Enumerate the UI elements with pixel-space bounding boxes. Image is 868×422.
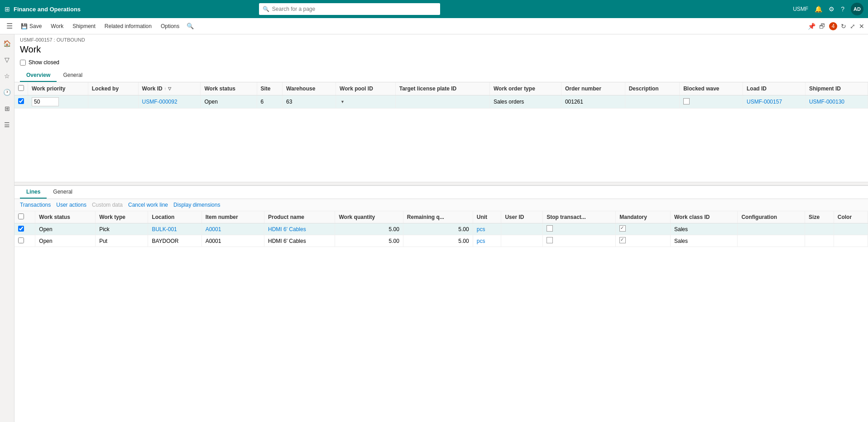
work-pool-dropdown-arrow[interactable]: ▼ [340, 100, 345, 104]
cell-blocked-wave [680, 95, 743, 109]
lines-row-checkbox[interactable] [18, 237, 24, 243]
tab-general[interactable]: General [57, 69, 89, 82]
location-link[interactable]: BULK-001 [152, 226, 177, 232]
lines-row-checkbox[interactable] [18, 226, 24, 232]
lines-cell-unit: pcs [473, 223, 501, 235]
sidebar-filter-icon[interactable]: ▽ [3, 54, 11, 65]
lines-header-configuration: Configuration [738, 211, 805, 223]
display-dimensions-button[interactable]: Display dimensions [173, 201, 220, 209]
blocked-wave-checkbox[interactable] [683, 98, 690, 104]
app-grid-icon[interactable]: ⊞ [5, 5, 10, 13]
lines-header-mandatory: Mandatory [616, 211, 671, 223]
tab-overview[interactable]: Overview [20, 69, 57, 82]
user-actions-button[interactable]: User actions [56, 201, 86, 209]
second-bar-right: 📌 🗗 4 ↻ ⤢ ✕ [808, 22, 864, 30]
unit-link[interactable]: pcs [477, 238, 485, 244]
notification-count: 4 [829, 22, 837, 30]
related-info-menu-button[interactable]: Related information [101, 21, 155, 31]
work-id-filter-icon[interactable]: ▽ [168, 86, 171, 91]
item-number-link[interactable]: A0001 [206, 226, 221, 232]
header-load-id: Load ID [743, 82, 806, 95]
list-item[interactable]: Open Pick BULK-001 A0001 HDMI 6' Cables … [14, 223, 868, 235]
lines-cell-product-name: HDMI 6' Cables [264, 235, 335, 247]
lines-header-color: Color [834, 211, 868, 223]
work-id-link[interactable]: USMF-000092 [142, 99, 177, 105]
lines-cell-work-status: Open [35, 235, 96, 247]
sidebar-star-icon[interactable]: ☆ [2, 71, 12, 81]
sidebar-home-icon[interactable]: 🏠 [1, 38, 13, 49]
cancel-work-line-button[interactable]: Cancel work line [128, 201, 168, 209]
header-shipment-id: Shipment ID [805, 82, 868, 95]
select-all-checkbox[interactable] [18, 85, 24, 91]
main-grid-wrapper[interactable]: Work priority Locked by Work ID ↑ [14, 82, 868, 182]
shipment-menu-button[interactable]: Shipment [69, 21, 99, 31]
product-name-link[interactable]: HDMI 6' Cables [268, 226, 306, 232]
new-window-icon[interactable]: 🗗 [819, 23, 825, 30]
refresh-icon[interactable]: ↻ [841, 23, 846, 30]
list-item[interactable]: Open Put BAYDOOR A0001 HDMI 6' Cables 5.… [14, 235, 868, 247]
lines-cell-configuration [738, 235, 805, 247]
row-checkbox[interactable] [18, 98, 24, 104]
tab-general-bottom[interactable]: General [47, 186, 79, 199]
search-menu-icon[interactable]: 🔍 [187, 23, 194, 29]
cell-work-status: Open [201, 95, 257, 109]
tab-lines[interactable]: Lines [20, 186, 47, 199]
lines-cell-location: BAYDOOR [148, 235, 201, 247]
lines-cell-configuration [738, 223, 805, 235]
lines-cell-work-quantity: 5.00 [335, 223, 403, 235]
header-work-pool-id: Work pool ID [336, 82, 396, 95]
bottom-toolbar: Transactions User actions Custom data Ca… [14, 199, 868, 211]
search-box[interactable]: 🔍 [259, 3, 440, 15]
work-id-sort-icon[interactable]: ↑ [164, 86, 167, 91]
lines-cell-work-class-id: Sales [671, 223, 738, 235]
pin-icon[interactable]: 📌 [808, 23, 815, 30]
shipment-id-link[interactable]: USMF-000130 [809, 99, 844, 105]
cell-work-order-type: Sales orders [490, 95, 561, 109]
product-name-text: HDMI 6' Cables [268, 238, 306, 244]
user-label: USMF [793, 6, 808, 12]
table-row[interactable]: USMF-000092 Open 6 63 ▼ Sales orders 001… [14, 95, 868, 109]
lines-cell-user-id [501, 235, 543, 247]
sidebar-list-icon[interactable]: ☰ [2, 119, 12, 130]
header-site: Site [257, 82, 283, 95]
lines-cell-item-number: A0001 [201, 235, 264, 247]
cell-warehouse: 63 [283, 95, 336, 109]
save-button[interactable]: 💾 Save [17, 21, 45, 31]
stop-transact-checkbox[interactable] [547, 225, 553, 232]
lines-header-unit: Unit [473, 211, 501, 223]
header-work-order-type: Work order type [490, 82, 561, 95]
transactions-button[interactable]: Transactions [20, 201, 51, 209]
lines-header-work-class-id: Work class ID [671, 211, 738, 223]
header-work-status: Work status [201, 82, 257, 95]
bottom-panel: Lines General Transactions User actions … [14, 185, 868, 312]
sidebar-grid-icon[interactable]: ⊞ [3, 103, 12, 114]
item-number-text: A0001 [206, 238, 221, 244]
help-icon[interactable]: ? [841, 5, 844, 13]
lines-header-work-type: Work type [96, 211, 148, 223]
show-closed-checkbox[interactable] [20, 60, 26, 66]
mandatory-checkbox[interactable] [619, 225, 626, 232]
unit-link[interactable]: pcs [477, 226, 485, 232]
search-input[interactable] [272, 6, 436, 12]
lines-cell-remaining-q: 5.00 [403, 235, 473, 247]
lines-grid-wrapper[interactable]: Work status Work type Location Item numb… [14, 211, 868, 312]
sidebar-clock-icon[interactable]: 🕐 [1, 87, 13, 98]
lines-header-remaining-q: Remaining q... [403, 211, 473, 223]
bell-icon[interactable]: 🔔 [815, 5, 822, 13]
load-id-link[interactable]: USMF-000157 [747, 99, 782, 105]
options-menu-button[interactable]: Options [157, 21, 183, 31]
hamburger-icon[interactable]: ☰ [4, 20, 15, 32]
stop-transact-checkbox[interactable] [547, 237, 553, 243]
lines-cell-product-name: HDMI 6' Cables [264, 223, 335, 235]
search-icon: 🔍 [263, 6, 269, 12]
settings-icon[interactable]: ⚙ [829, 5, 834, 13]
page-title: Work [14, 43, 868, 57]
custom-data-button[interactable]: Custom data [92, 201, 123, 209]
close-icon[interactable]: ✕ [859, 23, 864, 30]
avatar[interactable]: AD [851, 3, 863, 15]
work-priority-input[interactable] [32, 97, 59, 106]
lines-select-all[interactable] [18, 213, 24, 219]
work-menu-button[interactable]: Work [47, 21, 67, 31]
maximize-icon[interactable]: ⤢ [850, 23, 855, 30]
mandatory-checkbox[interactable] [619, 237, 626, 243]
